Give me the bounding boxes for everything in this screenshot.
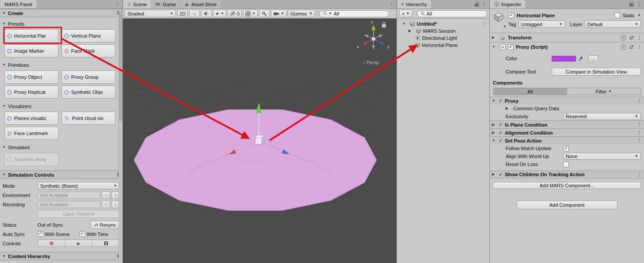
chevron-down-icon[interactable]: ▼ — [2, 173, 8, 177]
proxy-menu-icon[interactable]: ⋮ — [637, 45, 642, 50]
chevron-right-icon[interactable]: ▶ — [506, 107, 511, 110]
help-icon[interactable]: ? — [621, 35, 626, 41]
2d-toggle-button[interactable]: 2D — [177, 10, 188, 17]
preset-image-marker-button[interactable]: Image Marker — [4, 44, 58, 58]
show-children-section-header[interactable]: ▶ ✓ Show Children On Tracking Action ⋮ — [490, 170, 644, 178]
pause-button[interactable] — [92, 240, 120, 247]
layer-dropdown[interactable]: Default ▼ — [584, 20, 641, 28]
add-mars-component-button[interactable]: Add MARS Component... — [493, 182, 641, 189]
inspector-menu-icon[interactable]: ⋮ — [636, 2, 641, 7]
gizmo-center-cube[interactable] — [255, 138, 262, 144]
environment-prev-button[interactable]: ‹ — [102, 191, 110, 199]
orientation-gizmo[interactable]: y x z — [357, 19, 389, 50]
filter-dropdown-tab[interactable]: Filter ▼ — [567, 88, 641, 95]
proxy-script-component-header[interactable]: ▼ # Proxy (Script) ? ⋮ — [490, 42, 644, 51]
reset-on-loss-checkbox[interactable] — [563, 162, 569, 167]
primitive-proxy-group-button[interactable]: Proxy Group — [61, 70, 115, 84]
check-icon[interactable]: ✓ — [499, 172, 503, 178]
mars-panel-menu-icon[interactable]: ⋮ — [115, 2, 120, 7]
help-icon[interactable]: ? — [621, 44, 626, 50]
chevron-right-icon[interactable]: ▶ — [492, 36, 498, 39]
chevron-right-icon[interactable]: ▶ — [492, 131, 498, 135]
primitive-proxy-object-button[interactable]: Proxy Object — [4, 70, 58, 84]
presets-icon[interactable] — [629, 44, 634, 50]
orientation-neg-x-cone[interactable] — [378, 35, 383, 38]
scene-audio-toggle[interactable] — [201, 10, 212, 17]
camera-settings-dropdown[interactable]: ▼ — [271, 10, 286, 17]
active-checkbox[interactable] — [508, 12, 514, 18]
hierarchy-menu-icon[interactable]: ⋮ — [482, 2, 487, 7]
orientation-neg-z-cone[interactable] — [364, 35, 369, 38]
effects-dropdown[interactable]: ★▼ — [213, 10, 226, 17]
object-icon-wrap[interactable]: ▼ — [493, 11, 505, 29]
follow-match-update-checkbox[interactable] — [563, 146, 569, 151]
is-plane-condition-header[interactable]: ▶ ✓ Is Plane Condition ⋮ — [490, 120, 644, 128]
tree-item-horizontal-plane[interactable]: Horizontal Plane — [397, 42, 489, 49]
mars-scrollbar-thumb[interactable] — [119, 10, 122, 121]
visualizer-face-landmarks-button[interactable]: Face Landmark — [4, 127, 58, 140]
simulated-foldout[interactable]: ▼ Simulated — [0, 143, 122, 151]
set-pose-action-header[interactable]: ▼ ✓ Set Pose Action ⋮ — [490, 136, 644, 144]
chevron-down-icon[interactable]: ▼ — [492, 45, 498, 49]
orientation-y-cone[interactable] — [372, 25, 376, 30]
chevron-right-icon[interactable]: ▶ — [492, 123, 498, 127]
scene-viewport[interactable]: y x z ‹ Persp — [123, 19, 396, 263]
check-icon[interactable]: ✓ — [499, 138, 503, 143]
orientation-center[interactable] — [372, 37, 375, 41]
hierarchy-scene-row[interactable]: ▼ Untitled* ⋮ — [397, 20, 489, 27]
with-time-checkbox[interactable] — [80, 231, 85, 237]
chevron-down-icon[interactable]: ▼ — [2, 12, 8, 15]
scene-visibility-toggle[interactable]: 0 — [228, 10, 242, 17]
component-tools-button[interactable] — [259, 10, 270, 17]
compare-in-simulation-view-button[interactable]: Compare in Simulation View — [552, 68, 641, 76]
gizmos-dropdown[interactable]: Gizmos ▼ — [288, 10, 315, 17]
grid-visibility-dropdown[interactable]: ▼ — [243, 10, 258, 17]
viewport-lock-icon[interactable] — [382, 22, 386, 27]
mars-scrollbar[interactable] — [118, 9, 122, 263]
align-with-world-up-dropdown[interactable]: None ▼ — [563, 153, 641, 160]
transform-component-header[interactable]: ▶ Transform ? ⋮ — [490, 33, 644, 42]
check-icon[interactable]: ✓ — [499, 98, 503, 104]
add-component-button[interactable]: Add Component — [517, 201, 617, 209]
proxy-section-menu-icon[interactable]: ⋮ — [637, 98, 642, 103]
scene-search-input[interactable] — [334, 11, 385, 16]
preset-horizontal-plane-button[interactable]: Horizontal Plar — [4, 29, 58, 43]
scene-lighting-toggle[interactable]: ☼ — [189, 10, 200, 17]
visualizers-foldout[interactable]: ▼ Visualizers — [0, 102, 122, 110]
orientation-x-cone[interactable] — [362, 42, 367, 45]
visualizer-point-cloud-button[interactable]: Point cloud vis — [61, 112, 115, 125]
chevron-down-icon[interactable]: ▼ — [328, 12, 332, 15]
exclusivity-dropdown[interactable]: Reserved ▼ — [563, 113, 641, 120]
scene-row-menu-icon[interactable]: ⋮ — [482, 22, 487, 27]
chevron-down-icon[interactable]: ▼ — [2, 255, 8, 258]
tree-item-directional-light[interactable]: Directional Light — [397, 35, 489, 42]
transform-menu-icon[interactable]: ⋮ — [637, 35, 642, 40]
persp-label[interactable]: ‹ Persp — [363, 60, 379, 65]
visualizer-planes-button[interactable]: Planes visualiz — [4, 112, 58, 125]
tab-hierarchy[interactable]: ≡ Hierarchy — [397, 0, 431, 8]
orientation-z-cone[interactable] — [380, 42, 385, 45]
hierarchy-search-input[interactable] — [427, 11, 484, 16]
is-plane-menu-icon[interactable]: ⋮ — [637, 122, 642, 127]
lock-icon[interactable] — [629, 4, 633, 7]
gizmo-y-arrow[interactable] — [256, 103, 262, 113]
color-swatch[interactable] — [552, 56, 576, 62]
scene-canvas[interactable]: y x z ‹ Persp — [123, 19, 396, 263]
create-object-dropdown[interactable]: +▼ — [399, 10, 412, 17]
common-query-data-row[interactable]: ▶ Common Query Data — [490, 104, 644, 112]
primitive-proxy-replicator-button[interactable]: Proxy Replicat — [4, 85, 58, 99]
lock-icon[interactable] — [475, 4, 479, 7]
primitives-foldout[interactable]: ▼ Primitives — [0, 61, 122, 69]
proxy-enabled-checkbox[interactable] — [508, 44, 514, 50]
scene-menu-icon[interactable]: ⋮ — [389, 2, 394, 7]
chevron-down-icon[interactable]: ▼ — [402, 22, 408, 26]
orientation-neg-y-cone[interactable] — [372, 46, 375, 50]
alignment-menu-icon[interactable]: ⋮ — [637, 130, 642, 135]
alignment-condition-header[interactable]: ▶ ✓ Alignment Condition ⋮ — [490, 128, 644, 136]
proxy-section-header[interactable]: ▼ ✓ Proxy ⋮ — [490, 97, 644, 104]
record-button[interactable] — [38, 240, 65, 247]
tab-inspector[interactable]: i Inspector — [490, 0, 525, 8]
primitive-synthetic-object-button[interactable]: Synthetic Obje — [61, 85, 115, 99]
chevron-down-icon[interactable]: ▼ — [492, 139, 498, 143]
recording-prev-button[interactable]: ‹ — [102, 201, 110, 208]
